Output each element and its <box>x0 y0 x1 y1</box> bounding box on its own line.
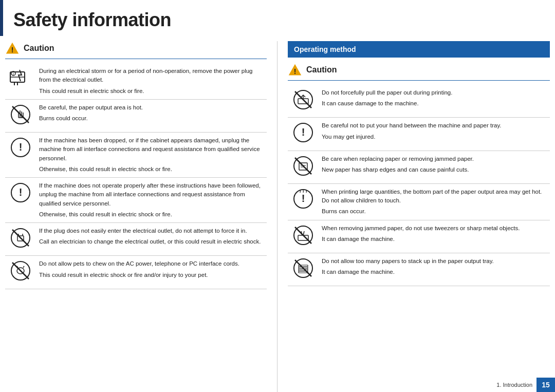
text-cell: When printing large quantities, the bott… <box>319 183 550 220</box>
text-cell: Do not allow too many papers to stack up… <box>319 253 550 286</box>
icon-cell: ! <box>5 178 36 223</box>
text-cell: Be care when replacing paper or removing… <box>319 151 550 183</box>
left-caution-label: Caution <box>24 44 54 53</box>
table-row: Be careful, the paper output area is hot… <box>5 99 267 132</box>
text-cell: If the machine has been dropped, or if t… <box>36 133 267 178</box>
no-tweezers-icon <box>292 224 314 247</box>
text-cell: When removing jammed paper, do not use t… <box>319 220 550 253</box>
jammed-paper-icon <box>292 155 314 177</box>
svg-text:!: ! <box>11 46 14 54</box>
icon-cell <box>288 85 319 118</box>
icon-cell <box>5 223 36 256</box>
svg-line-47 <box>295 260 311 276</box>
left-caution-header: ! Caution <box>5 41 267 59</box>
power-storm-icon: i <box>9 67 32 89</box>
icon-cell <box>288 253 319 286</box>
hot-output-large-icon: ! <box>292 188 314 210</box>
icon-cell: ! <box>5 133 36 178</box>
no-stack-icon <box>292 257 314 279</box>
text-cell: If the machine does not operate properly… <box>36 178 267 223</box>
svg-text:!: ! <box>302 193 305 204</box>
left-column: ! Caution i <box>5 41 278 392</box>
table-row: Be care when replacing paper or removing… <box>288 151 550 183</box>
icon-cell: ! <box>288 118 319 151</box>
svg-text:!: ! <box>19 186 23 198</box>
table-row: Do not allow too many papers to stack up… <box>288 253 550 286</box>
icon-cell: ! <box>288 183 319 220</box>
text-cell: Be careful, the paper output area is hot… <box>36 99 267 132</box>
table-row: i During an electrical storm or for a pe… <box>5 63 267 99</box>
text-cell: If the plug does not easily enter the el… <box>36 223 267 256</box>
svg-text:!: ! <box>302 126 305 138</box>
table-row: Do not allow pets to chew on the AC powe… <box>5 256 267 289</box>
text-cell: Do not allow pets to chew on the AC powe… <box>36 256 267 289</box>
icon-cell: i <box>5 63 36 99</box>
left-caution-icon: ! <box>5 41 20 55</box>
right-caution-icon: ! <box>288 63 302 77</box>
no-pull-paper-icon <box>292 88 314 111</box>
hand-tray-icon: ! <box>292 121 314 144</box>
table-row: When removing jammed paper, do not use t… <box>288 220 550 253</box>
left-warning-table: i During an electrical storm or for a pe… <box>5 63 267 289</box>
svg-line-44 <box>301 231 302 235</box>
svg-text:!: ! <box>19 141 23 153</box>
text-cell: During an electrical storm or for a peri… <box>36 63 267 99</box>
no-force-plug-icon <box>9 227 32 249</box>
no-pets-icon <box>9 259 32 282</box>
right-caution-header: ! Caution <box>288 63 550 81</box>
malfunction-icon: ! <box>9 181 32 204</box>
table-row: Do not forcefully pull the paper out dur… <box>288 85 550 118</box>
table-row: If the plug does not easily enter the el… <box>5 223 267 256</box>
right-warning-table: Do not forcefully pull the paper out dur… <box>288 85 550 286</box>
right-column: Operating method ! Caution <box>278 41 550 392</box>
svg-line-29 <box>295 91 311 108</box>
table-row: ! Be careful not to put your hand betwee… <box>288 118 550 151</box>
svg-line-45 <box>303 231 304 235</box>
svg-line-25 <box>23 266 24 268</box>
footer: 1. Introduction 15 <box>496 378 555 392</box>
icon-cell <box>5 99 36 132</box>
damaged-cabinet-icon: ! <box>9 136 32 159</box>
svg-line-11 <box>12 106 29 123</box>
icon-cell <box>288 220 319 253</box>
table-row: ! When printing large quantities, the bo… <box>288 183 550 220</box>
svg-line-35 <box>295 158 311 174</box>
footer-section-label: 1. Introduction <box>496 382 536 388</box>
icon-cell <box>288 151 319 183</box>
right-section-header: Operating method <box>288 41 550 58</box>
table-row: ! If the machine has been dropped, or if… <box>5 133 267 178</box>
hot-output-icon <box>9 103 32 126</box>
right-caution-label: Caution <box>306 65 337 74</box>
icon-cell <box>5 256 36 289</box>
svg-line-17 <box>12 230 29 246</box>
svg-text:i: i <box>13 72 14 76</box>
svg-rect-51 <box>299 265 308 267</box>
footer-page-number: 15 <box>536 378 555 392</box>
svg-line-22 <box>12 263 29 279</box>
page-title: Safety information <box>0 0 555 36</box>
svg-rect-49 <box>299 269 308 271</box>
text-cell: Do not forcefully pull the paper out dur… <box>319 85 550 118</box>
table-row: ! If the machine does not operate proper… <box>5 178 267 223</box>
text-cell: Be careful not to put your hand between … <box>319 118 550 151</box>
svg-text:!: ! <box>294 67 297 76</box>
